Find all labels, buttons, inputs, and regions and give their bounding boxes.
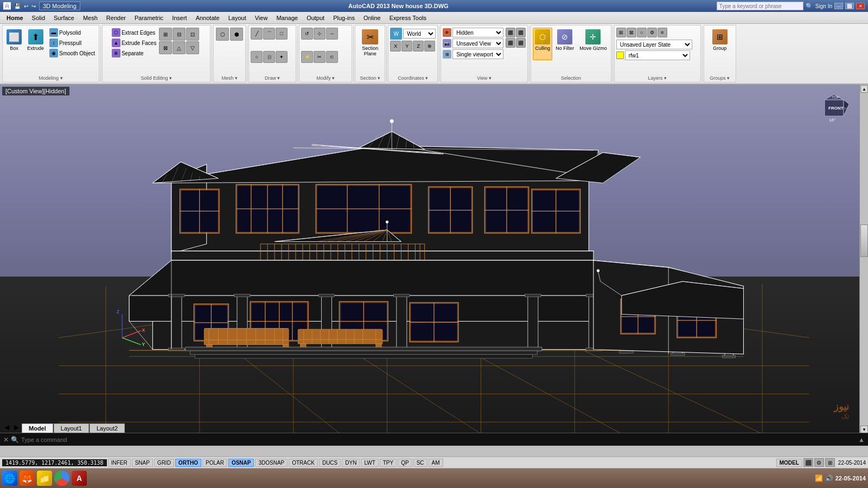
menu-item-view[interactable]: View bbox=[251, 14, 272, 22]
viewport-indicator[interactable]: ⊞ bbox=[825, 458, 835, 467]
mesh-tool-2[interactable]: ⬢ bbox=[230, 28, 243, 41]
search-field[interactable] bbox=[717, 2, 803, 10]
culling-button[interactable]: ⬡ Culling bbox=[533, 28, 552, 60]
layer-tool-4[interactable]: ⚙ bbox=[647, 28, 657, 37]
layer-tool-3[interactable]: ○ bbox=[637, 28, 647, 37]
redo-btn[interactable]: ↪ bbox=[31, 3, 36, 9]
btn-lwt[interactable]: LWT bbox=[361, 459, 378, 467]
tab-layout1[interactable]: Layout1 bbox=[54, 423, 89, 433]
extrude-button[interactable]: ⬆ Extrude bbox=[25, 28, 46, 58]
viewport-dropdown[interactable]: Single viewport bbox=[452, 49, 503, 59]
restore-btn[interactable]: ⬜ bbox=[845, 3, 854, 9]
draw-tool-6[interactable]: ✦ bbox=[276, 51, 288, 63]
command-search[interactable]: 🔍 bbox=[11, 436, 19, 444]
model-indicator[interactable]: MODEL bbox=[776, 459, 802, 467]
menu-item-output[interactable]: Output bbox=[302, 14, 329, 22]
layer-state-dropdown[interactable]: Unsaved Layer State bbox=[616, 40, 692, 49]
tab-next[interactable]: ▶ bbox=[12, 422, 21, 433]
menu-item-solid[interactable]: Solid bbox=[28, 14, 49, 22]
solid-tool-1[interactable]: ⊞ bbox=[159, 28, 172, 41]
scroll-thumb[interactable] bbox=[860, 224, 868, 257]
layer-name-dropdown[interactable]: rfw1 bbox=[625, 50, 690, 60]
menu-item-express[interactable]: Express Tools bbox=[385, 14, 431, 22]
extrude-faces-button[interactable]: ▲ Extrude Faces bbox=[110, 38, 158, 48]
tab-prev[interactable]: ◀ bbox=[2, 422, 11, 433]
scroll-up-arrow[interactable]: ▲ bbox=[860, 85, 868, 93]
modify-tool-6[interactable]: ⊂ bbox=[326, 51, 338, 63]
menu-item-surface[interactable]: Surface bbox=[49, 14, 79, 22]
btn-ortho[interactable]: ORTHO bbox=[175, 459, 201, 467]
smooth-object-button[interactable]: ◉ Smooth Object bbox=[47, 48, 97, 58]
presspull-button[interactable]: ↕ Presspull bbox=[47, 38, 97, 48]
modify-tool-2[interactable]: ⊹ bbox=[314, 28, 326, 40]
btn-ducs[interactable]: DUCS bbox=[319, 459, 341, 467]
coord-tool-3[interactable]: Z bbox=[413, 41, 424, 52]
layer-tool-2[interactable]: ⊠ bbox=[627, 28, 636, 37]
minimize-btn[interactable]: — bbox=[834, 3, 843, 9]
viewport-area[interactable]: .wall { fill: #1a1a1a; stroke: #ffffff; … bbox=[0, 85, 868, 434]
command-close[interactable]: ✕ bbox=[3, 436, 9, 444]
btn-otrack[interactable]: OTRACK bbox=[289, 459, 318, 467]
btn-tpy[interactable]: TPY bbox=[380, 459, 397, 467]
menu-item-home[interactable]: Home bbox=[2, 14, 28, 22]
tab-model[interactable]: Model bbox=[22, 423, 53, 433]
command-input[interactable] bbox=[21, 436, 858, 443]
menu-item-render[interactable]: Render bbox=[102, 14, 130, 22]
draw-tool-4[interactable]: ○ bbox=[251, 51, 263, 63]
btn-qp[interactable]: QP bbox=[398, 459, 412, 467]
btn-am[interactable]: AM bbox=[429, 459, 443, 467]
visual-style-dropdown[interactable]: Hidden bbox=[452, 28, 503, 37]
settings-indicator[interactable]: ⚙ bbox=[814, 458, 824, 467]
btn-dyn[interactable]: DYN bbox=[342, 459, 360, 467]
btn-osnap[interactable]: OSNAP bbox=[228, 459, 254, 467]
modify-tool-1[interactable]: ↺ bbox=[301, 28, 313, 40]
solid-tool-6[interactable]: ▽ bbox=[186, 41, 199, 54]
view-tool-3[interactable]: ⬛ bbox=[506, 38, 515, 48]
layer-tool-5[interactable]: ≡ bbox=[658, 28, 667, 37]
section-plane-button[interactable]: ✂ Section Plane bbox=[357, 28, 383, 58]
menu-item-mesh[interactable]: Mesh bbox=[79, 14, 102, 22]
close-btn[interactable]: ✕ bbox=[856, 3, 865, 9]
tab-layout2[interactable]: Layout2 bbox=[90, 423, 125, 433]
menu-item-plugins[interactable]: Plug-ins bbox=[329, 14, 359, 22]
no-filter-button[interactable]: ⊘ No Filter bbox=[553, 28, 576, 60]
solid-tool-4[interactable]: ⊠ bbox=[159, 41, 172, 54]
view-tool-2[interactable]: ⬛ bbox=[516, 28, 526, 37]
mesh-tool-1[interactable]: ⬡ bbox=[216, 28, 229, 41]
move-gizmo-button[interactable]: ✛ Move Gizmo bbox=[577, 28, 609, 60]
btn-infer[interactable]: INFER bbox=[108, 459, 131, 467]
quick-save[interactable]: 💾 bbox=[14, 3, 21, 9]
box-button[interactable]: ⬜ Box bbox=[4, 28, 24, 58]
solid-tool-2[interactable]: ⊟ bbox=[173, 28, 186, 41]
btn-sc[interactable]: SC bbox=[413, 459, 427, 467]
menu-item-layout[interactable]: Layout bbox=[224, 14, 251, 22]
chrome-icon[interactable] bbox=[54, 471, 69, 486]
btn-polar[interactable]: POLAR bbox=[202, 459, 227, 467]
view-tool-1[interactable]: ⬛ bbox=[506, 28, 515, 37]
menu-item-parametric[interactable]: Parametric bbox=[130, 14, 168, 22]
menu-item-online[interactable]: Online bbox=[359, 14, 385, 22]
polysolid-button[interactable]: ▬ Polysolid bbox=[47, 28, 97, 37]
modify-tool-4[interactable]: ⚡ bbox=[301, 51, 313, 63]
btn-snap[interactable]: SNAP bbox=[132, 459, 153, 467]
draw-tool-1[interactable]: ╱ bbox=[251, 28, 263, 40]
solid-tool-3[interactable]: ⊡ bbox=[186, 28, 199, 41]
modify-tool-5[interactable]: ✂ bbox=[314, 51, 326, 63]
autocad-taskbar-icon[interactable]: A bbox=[72, 471, 87, 486]
layer-tool-1[interactable]: ⊞ bbox=[616, 28, 626, 37]
sign-in[interactable]: Sign In bbox=[815, 3, 832, 9]
menu-item-annotate[interactable]: Annotate bbox=[192, 14, 224, 22]
view-tool-4[interactable]: ⬛ bbox=[516, 38, 526, 48]
coord-tool-1[interactable]: X bbox=[390, 41, 401, 52]
separate-button[interactable]: ⊕ Separate bbox=[110, 48, 158, 58]
workspace-selector[interactable]: 3D Modeling bbox=[39, 2, 80, 10]
nav-cube[interactable]: FRONT TOP R 16° bbox=[814, 89, 854, 124]
ie-icon[interactable]: 🌐 bbox=[2, 471, 17, 486]
world-dropdown[interactable]: World bbox=[403, 29, 436, 38]
modify-tool-3[interactable]: ↔ bbox=[326, 28, 338, 40]
group-button[interactable]: ⊞ Group bbox=[709, 28, 731, 58]
draw-tool-3[interactable]: □ bbox=[276, 28, 288, 40]
solid-tool-5[interactable]: △ bbox=[173, 41, 186, 54]
saved-view-dropdown[interactable]: Unsaved View bbox=[452, 38, 503, 48]
draw-tool-2[interactable]: ⌒ bbox=[263, 28, 275, 40]
